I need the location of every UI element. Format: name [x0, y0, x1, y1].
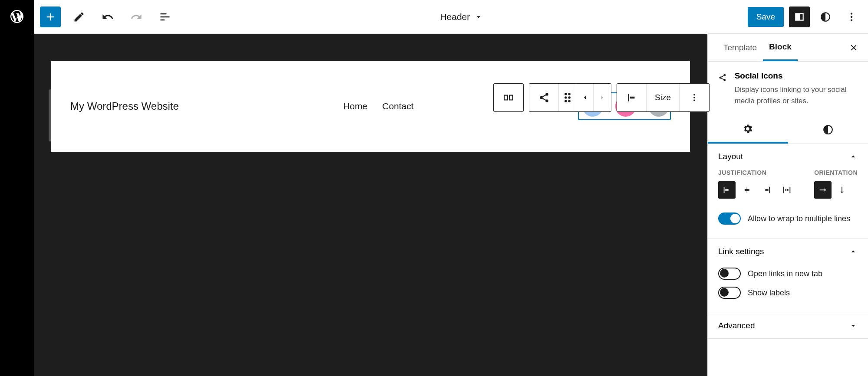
chevron-down-icon: [849, 321, 858, 330]
svg-rect-4: [509, 95, 513, 100]
more-vertical-icon: [690, 93, 699, 102]
link-settings-panel: Link settings Open links in new tab Show…: [708, 239, 868, 313]
sidebar-icon: [794, 11, 805, 23]
orientation-horizontal-button[interactable]: [814, 181, 832, 199]
svg-point-20: [723, 74, 726, 76]
group-icon: [503, 92, 514, 103]
orientation-buttons: [814, 181, 858, 199]
panel-title: Layout: [718, 152, 743, 161]
block-toolbar: Size: [493, 83, 710, 112]
styles-button[interactable]: [815, 7, 836, 27]
new-tab-toggle-row: Open links in new tab: [718, 264, 858, 283]
document-title[interactable]: Header: [440, 12, 470, 22]
svg-point-14: [693, 94, 695, 96]
options-button[interactable]: [841, 7, 862, 27]
undo-icon: [102, 11, 114, 23]
svg-point-2: [851, 19, 852, 21]
wrap-toggle-row: Allow to wrap to multiple lines: [718, 209, 858, 228]
close-sidebar-button[interactable]: [849, 43, 858, 52]
settings-subtab[interactable]: [708, 116, 788, 144]
topbar-left-tools: [40, 7, 175, 27]
orientation-label: Orientation: [814, 169, 858, 176]
half-circle-icon: [822, 124, 834, 135]
layout-row: Justification Orientation: [718, 169, 858, 199]
canvas-area: Size My WordPress Website Home Contact: [34, 34, 707, 376]
chevron-up-icon: [849, 152, 858, 161]
block-options-button[interactable]: [680, 84, 709, 111]
open-new-tab-toggle[interactable]: [718, 268, 741, 280]
styles-subtab[interactable]: [788, 116, 868, 144]
justify-right-button[interactable]: [758, 181, 776, 199]
wrap-toggle[interactable]: [718, 213, 741, 225]
sidebar-subtabs: [708, 116, 868, 144]
document-overview-button[interactable]: [155, 7, 175, 27]
block-type-button[interactable]: [529, 84, 559, 111]
svg-point-7: [545, 99, 548, 102]
justify-center-button[interactable]: [738, 181, 756, 199]
svg-point-1: [851, 16, 852, 17]
svg-point-5: [545, 93, 548, 96]
chevron-down-icon[interactable]: [474, 13, 483, 21]
orientation-vertical-button[interactable]: [833, 181, 851, 199]
svg-point-13: [568, 100, 571, 103]
parent-block-button[interactable]: [494, 84, 523, 111]
tab-block[interactable]: Block: [763, 34, 798, 61]
sidebar-toggle-button[interactable]: [789, 7, 810, 27]
tab-template[interactable]: Template: [717, 34, 763, 61]
justify-left-button[interactable]: [718, 181, 736, 199]
wrap-toggle-label: Allow to wrap to multiple lines: [748, 214, 850, 223]
layout-panel-header[interactable]: Layout: [708, 144, 868, 169]
svg-point-11: [568, 96, 571, 99]
edit-tool-button[interactable]: [69, 7, 89, 27]
show-labels-toggle-row: Show labels: [718, 283, 858, 302]
svg-point-0: [851, 13, 852, 14]
size-button[interactable]: Size: [647, 84, 680, 111]
wordpress-logo-icon[interactable]: [7, 7, 26, 26]
move-down-button[interactable]: [594, 84, 611, 111]
layout-panel-body: Justification Orientation: [708, 169, 868, 239]
bt-group-parent: [493, 83, 524, 112]
half-circle-icon: [820, 11, 831, 23]
topbar-center: Header: [175, 12, 748, 22]
topbar-right-tools: Save: [748, 7, 862, 27]
site-title[interactable]: My WordPress Website: [70, 100, 179, 112]
open-new-tab-label: Open links in new tab: [748, 269, 822, 278]
justify-space-between-button[interactable]: [778, 181, 795, 199]
link-settings-body: Open links in new tab Show labels: [708, 264, 868, 313]
main-area: Header Save: [34, 0, 868, 376]
advanced-panel: Advanced: [708, 313, 868, 339]
svg-point-12: [564, 100, 567, 103]
svg-point-10: [564, 96, 567, 99]
nav-link[interactable]: Contact: [382, 101, 413, 111]
advanced-panel-header[interactable]: Advanced: [708, 313, 868, 338]
plus-icon: [44, 11, 56, 23]
justification-buttons: [718, 181, 795, 199]
svg-rect-3: [504, 95, 508, 100]
redo-icon: [130, 11, 142, 23]
block-inserter-button[interactable]: [40, 7, 61, 27]
nav-link[interactable]: Home: [343, 101, 367, 111]
redo-button[interactable]: [126, 7, 147, 27]
move-up-button[interactable]: [576, 84, 594, 111]
panel-title: Advanced: [718, 321, 755, 330]
bt-group-main: [529, 83, 611, 112]
undo-button[interactable]: [97, 7, 118, 27]
block-info-text: Social Icons Display icons linking to yo…: [735, 71, 858, 106]
show-labels-toggle[interactable]: [718, 287, 741, 299]
drag-handle[interactable]: [559, 84, 576, 111]
layout-panel: Layout Justification: [708, 144, 868, 239]
justification-group: Justification: [718, 169, 795, 199]
svg-point-16: [693, 100, 695, 101]
svg-point-22: [723, 79, 726, 81]
drag-icon: [564, 93, 571, 102]
block-info: Social Icons Display icons linking to yo…: [708, 62, 868, 116]
save-button[interactable]: Save: [748, 7, 784, 27]
wp-admin-bar: [0, 0, 34, 376]
justify-button[interactable]: [617, 84, 647, 111]
svg-point-15: [693, 97, 695, 98]
pencil-icon: [73, 11, 85, 23]
orientation-group: Orientation: [814, 169, 858, 199]
justification-label: Justification: [718, 169, 795, 176]
svg-point-9: [568, 93, 571, 95]
link-settings-header[interactable]: Link settings: [708, 239, 868, 264]
